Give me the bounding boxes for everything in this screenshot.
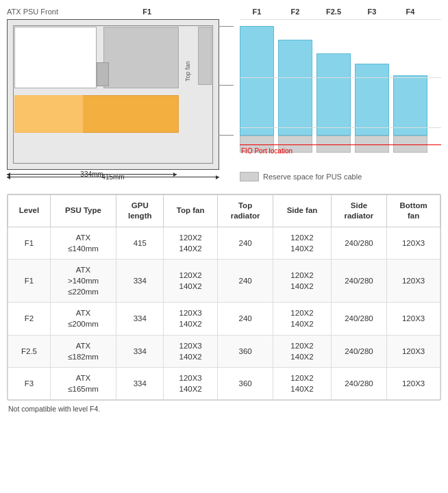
td-level: F2 <box>8 303 51 335</box>
td-top-fan: 120X3140X2 <box>164 367 217 399</box>
td-side-radiator: 240/280 <box>331 303 387 335</box>
connector-detail <box>97 62 109 86</box>
col-f25 <box>316 19 351 153</box>
legend: Reserve space for PUS cable <box>240 172 441 181</box>
psu-area <box>14 27 97 88</box>
col-f4 <box>393 19 427 153</box>
td-side-radiator: 240/280 <box>331 335 387 367</box>
table-row: F2.5ATX≤182mm334120X3140X2360120X2140X22… <box>8 335 440 367</box>
guide-line-mid <box>240 77 441 78</box>
col-label-f2: F2 <box>278 8 312 16</box>
case-diagram-container: Top fan 334mm <box>7 19 233 181</box>
td-gpu-length: 334 <box>116 367 164 399</box>
td-bottom-fan: 120X3 <box>387 303 440 335</box>
f1-top-label: F1 <box>142 8 151 16</box>
table-row: F3ATX≤165mm334120X3140X2360120X2140X2240… <box>8 367 440 399</box>
td-side-radiator: 240/280 <box>331 260 387 303</box>
th-level: Level <box>8 195 51 227</box>
guide-line-bot <box>240 127 441 128</box>
th-top-fan: Top fan <box>164 195 217 227</box>
td-top-radiator: 360 <box>217 335 273 367</box>
td-side-radiator: 240/280 <box>331 367 387 399</box>
gpu-area-light <box>14 95 83 133</box>
td-top-radiator: 240 <box>217 260 273 303</box>
col-f2-blue <box>278 40 312 136</box>
td-side-fan: 120X2140X2 <box>273 335 331 367</box>
col-labels-right: F1 F2 F2.5 F3 F4 <box>233 8 427 16</box>
connector-line-mid <box>219 85 234 86</box>
connector-line-top <box>219 26 234 27</box>
col-label-f1: F1 <box>240 8 274 16</box>
dim-334-row: 334mm <box>7 174 177 175</box>
td-bottom-fan: 120X3 <box>387 335 440 367</box>
table-header-row: Level PSU Type GPUlength Top fan Topradi… <box>8 195 440 227</box>
th-bottom-fan: Bottomfan <box>387 195 440 227</box>
td-top-radiator: 240 <box>217 303 273 335</box>
diagram-right: FIO Port location <box>240 19 441 181</box>
td-gpu-length: 334 <box>116 260 164 303</box>
td-top-fan: 120X2140X2 <box>164 227 217 259</box>
td-psu-type: ATX≤140mm <box>50 227 116 259</box>
td-bottom-fan: 120X3 <box>387 260 440 303</box>
dim-lines: 334mm 415mm <box>7 174 219 177</box>
th-psu-type: PSU Type <box>50 195 116 227</box>
dim-415-row: 415mm <box>7 177 219 177</box>
top-labels-row: ATX PSU Front F1 F1 F2 F2.5 F3 F4 <box>7 7 441 16</box>
table-row: F1ATX>140mm≤220mm334120X2140X2240120X214… <box>8 260 440 303</box>
td-top-radiator: 240 <box>217 227 273 259</box>
legend-box <box>240 172 259 181</box>
td-bottom-fan: 120X3 <box>387 367 440 399</box>
diagram-section: ATX PSU Front F1 F1 F2 F2.5 F3 F4 <box>7 7 441 181</box>
td-level: F1 <box>8 227 51 259</box>
footnote: Not compatible with level F4. <box>7 405 441 413</box>
td-psu-type: ATX>140mm≤220mm <box>50 260 116 303</box>
td-side-fan: 120X2140X2 <box>273 260 331 303</box>
col-f1-blue <box>240 26 274 136</box>
fio-label: FIO Port location <box>241 147 293 155</box>
td-level: F2.5 <box>8 335 51 367</box>
table-row: F2ATX≤200mm334120X3140X2240120X2140X2240… <box>8 303 440 335</box>
td-top-fan: 120X3140X2 <box>164 303 217 335</box>
td-gpu-length: 334 <box>116 303 164 335</box>
td-bottom-fan: 120X3 <box>387 227 440 259</box>
top-fan-slot <box>198 27 212 85</box>
connector-line-bot <box>219 135 234 136</box>
col-label-f4: F4 <box>393 8 427 16</box>
col-f25-blue <box>316 53 351 136</box>
case-diagram: Top fan <box>7 19 219 170</box>
top-fan-label-inside: Top fan <box>184 27 191 81</box>
col-f4-blue <box>393 75 427 136</box>
legend-label: Reserve space for PUS cable <box>263 173 362 181</box>
left-diagram-title: ATX PSU Front F1 <box>7 7 233 16</box>
col-label-f25: F2.5 <box>316 8 351 16</box>
columns-container <box>240 19 441 153</box>
td-level: F3 <box>8 367 51 399</box>
td-top-radiator: 360 <box>217 367 273 399</box>
td-psu-type: ATX≤165mm <box>50 367 116 399</box>
table-row: F1ATX≤140mm415120X2140X2240120X2140X2240… <box>8 227 440 259</box>
th-gpu-length: GPUlength <box>116 195 164 227</box>
col-label-f3: F3 <box>355 8 389 16</box>
td-gpu-length: 334 <box>116 335 164 367</box>
fio-line <box>240 144 441 145</box>
td-psu-type: ATX≤200mm <box>50 303 116 335</box>
mb-area <box>103 27 179 88</box>
td-level: F1 <box>8 260 51 303</box>
col-f1 <box>240 19 274 153</box>
th-side-fan: Side fan <box>273 195 331 227</box>
td-gpu-length: 415 <box>116 227 164 259</box>
td-psu-type: ATX≤182mm <box>50 335 116 367</box>
td-side-fan: 120X2140X2 <box>273 367 331 399</box>
guide-line-top <box>240 19 441 20</box>
dim-415-label: 415mm <box>99 173 127 181</box>
diagram-main: Top fan 334mm <box>7 19 441 181</box>
data-table-wrapper: Level PSU Type GPUlength Top fan Topradi… <box>7 194 441 401</box>
col-f3-blue <box>355 64 389 136</box>
th-side-radiator: Sideradiator <box>331 195 387 227</box>
td-top-fan: 120X2140X2 <box>164 260 217 303</box>
atx-psu-front-label: ATX PSU Front <box>7 8 58 16</box>
specs-table: Level PSU Type GPUlength Top fan Topradi… <box>8 194 440 400</box>
td-side-fan: 120X2140X2 <box>273 227 331 259</box>
col-f2 <box>278 19 312 153</box>
th-top-radiator: Topradiator <box>217 195 273 227</box>
